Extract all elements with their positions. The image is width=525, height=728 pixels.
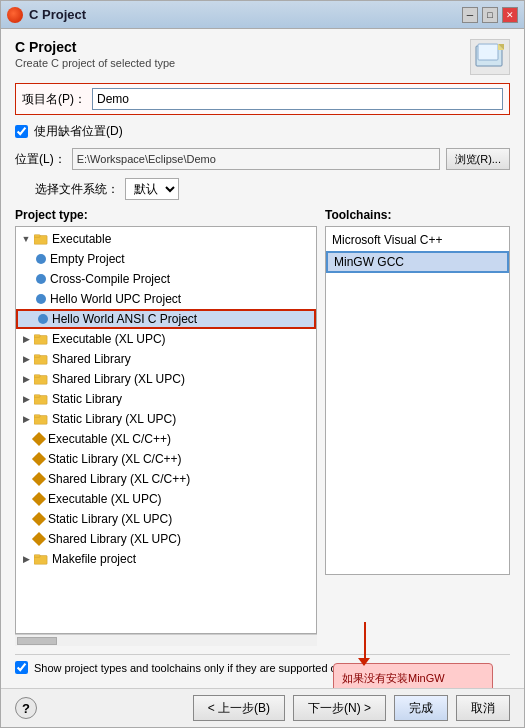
arrow-head bbox=[358, 658, 370, 666]
tree-item-label: Empty Project bbox=[50, 252, 125, 266]
svg-rect-11 bbox=[34, 375, 40, 378]
project-name-label: 项目名(P)： bbox=[22, 91, 86, 108]
project-type-tree[interactable]: ▼ Executable Empty Project Cros bbox=[15, 226, 317, 634]
bullet-icon bbox=[36, 294, 46, 304]
bullet-icon bbox=[38, 314, 48, 324]
tree-item-label: Hello World ANSI C Project bbox=[52, 312, 197, 326]
tree-item-static-lib[interactable]: ▶ Static Library bbox=[16, 389, 316, 409]
expand-arrow: ▼ bbox=[20, 233, 32, 245]
filesystem-select[interactable]: 默认 bbox=[125, 178, 179, 200]
toolchain-item-msvc[interactable]: Microsoft Visual C++ bbox=[326, 229, 509, 251]
window-icon bbox=[7, 7, 23, 23]
tree-item-makefile[interactable]: ▶ Makefile project bbox=[16, 549, 316, 569]
expand-arrow: ▶ bbox=[20, 373, 32, 385]
tree-item-label: Executable (XL C/C++) bbox=[48, 432, 171, 446]
toolchains-label: Toolchains: bbox=[325, 208, 510, 222]
tree-item-exec-xl-upc[interactable]: ▶ Executable (XL UPC) bbox=[16, 329, 316, 349]
title-bar: C Project ─ □ ✕ bbox=[1, 1, 524, 29]
svg-rect-5 bbox=[34, 235, 40, 238]
tree-item-label: Executable bbox=[52, 232, 111, 246]
page-title: C Project bbox=[15, 39, 175, 55]
minimize-button[interactable]: ─ bbox=[462, 7, 478, 23]
maximize-button[interactable]: □ bbox=[482, 7, 498, 23]
page-subtitle: Create C project of selected type bbox=[15, 57, 175, 69]
tree-item-label: Shared Library (XL UPC) bbox=[48, 532, 181, 546]
tree-item-static-lib-xl-upc-d[interactable]: Static Library (XL UPC) bbox=[16, 509, 316, 529]
tree-item-label: Static Library (XL UPC) bbox=[48, 512, 172, 526]
svg-rect-17 bbox=[34, 555, 40, 558]
folder-icon bbox=[34, 413, 48, 425]
tree-item-empty-project[interactable]: Empty Project bbox=[16, 249, 316, 269]
help-button[interactable]: ? bbox=[15, 697, 37, 719]
tree-item-hello-upc[interactable]: Hello World UPC Project bbox=[16, 289, 316, 309]
tree-item-label: Shared Library (XL C/C++) bbox=[48, 472, 190, 486]
location-row: 位置(L)： 浏览(R)... bbox=[15, 148, 510, 170]
browse-button[interactable]: 浏览(R)... bbox=[446, 148, 510, 170]
folder-icon bbox=[34, 553, 48, 565]
project-name-row: 项目名(P)： bbox=[15, 83, 510, 115]
finish-button[interactable]: 完成 bbox=[394, 695, 448, 721]
tree-item-hello-ansi[interactable]: Hello World ANSI C Project bbox=[16, 309, 316, 329]
folder-icon bbox=[34, 233, 48, 245]
bullet-icon bbox=[36, 274, 46, 284]
diamond-icon bbox=[32, 432, 46, 446]
svg-rect-9 bbox=[34, 355, 40, 358]
back-button[interactable]: < 上一步(B) bbox=[193, 695, 285, 721]
toolchain-list[interactable]: Microsoft Visual C++ MinGW GCC bbox=[325, 226, 510, 575]
diamond-icon bbox=[32, 532, 46, 546]
platform-filter-checkbox[interactable] bbox=[15, 661, 28, 674]
location-input[interactable] bbox=[72, 148, 440, 170]
filesystem-row: 选择文件系统： 默认 bbox=[15, 178, 510, 200]
footer: ? < 上一步(B) 下一步(N) > 完成 取消 bbox=[1, 688, 524, 727]
tree-item-static-lib-xl-cpp[interactable]: Static Library (XL C/C++) bbox=[16, 449, 316, 469]
window: C Project ─ □ ✕ C Project Create C proje… bbox=[0, 0, 525, 728]
tree-item-exec-xl-cpp[interactable]: Executable (XL C/C++) bbox=[16, 429, 316, 449]
toolchains-panel: Toolchains: Microsoft Visual C++ MinGW G… bbox=[325, 208, 510, 646]
default-location-label: 使用缺省位置(D) bbox=[34, 123, 123, 140]
tree-item-shared-lib-xl-cpp[interactable]: Shared Library (XL C/C++) bbox=[16, 469, 316, 489]
bullet-icon bbox=[36, 254, 46, 264]
diamond-icon bbox=[32, 452, 46, 466]
tree-item-label: Shared Library bbox=[52, 352, 131, 366]
arrow-line bbox=[364, 622, 366, 662]
toolchain-item-label: Microsoft Visual C++ bbox=[332, 233, 443, 247]
diamond-icon bbox=[32, 492, 46, 506]
svg-rect-1 bbox=[478, 44, 498, 60]
horizontal-scrollbar[interactable] bbox=[15, 634, 317, 646]
tree-item-exec-xl-upc-d[interactable]: Executable (XL UPC) bbox=[16, 489, 316, 509]
tree-item-static-lib-xl-upc[interactable]: ▶ Static Library (XL UPC) bbox=[16, 409, 316, 429]
location-label: 位置(L)： bbox=[15, 151, 66, 168]
close-button[interactable]: ✕ bbox=[502, 7, 518, 23]
folder-icon bbox=[34, 333, 48, 345]
svg-rect-7 bbox=[34, 335, 40, 338]
window-title: C Project bbox=[29, 7, 86, 22]
next-button[interactable]: 下一步(N) > bbox=[293, 695, 386, 721]
tree-item-shared-lib-xl-upc-d[interactable]: Shared Library (XL UPC) bbox=[16, 529, 316, 549]
tree-item-cross-compile[interactable]: Cross-Compile Project bbox=[16, 269, 316, 289]
project-name-input[interactable] bbox=[92, 88, 503, 110]
toolchain-item-mingw[interactable]: MinGW GCC bbox=[326, 251, 509, 273]
expand-arrow: ▶ bbox=[20, 353, 32, 365]
default-location-checkbox[interactable] bbox=[15, 125, 28, 138]
svg-rect-13 bbox=[34, 395, 40, 398]
folder-icon bbox=[34, 353, 48, 365]
project-type-panel: Project type: ▼ Executable Empty Project bbox=[15, 208, 317, 646]
annotation-box: 如果没有安装MinGW并且配置path环境变量这个是不会出现的 bbox=[333, 663, 493, 689]
svg-rect-15 bbox=[34, 415, 40, 418]
diamond-icon bbox=[32, 512, 46, 526]
tree-item-label: Static Library (XL UPC) bbox=[52, 412, 176, 426]
tree-item-shared-lib-xl-upc[interactable]: ▶ Shared Library (XL UPC) bbox=[16, 369, 316, 389]
toolchain-item-label: MinGW GCC bbox=[334, 255, 404, 269]
expand-arrow: ▶ bbox=[20, 333, 32, 345]
tree-item-label: Hello World UPC Project bbox=[50, 292, 181, 306]
tree-item-shared-lib[interactable]: ▶ Shared Library bbox=[16, 349, 316, 369]
tree-item-label: Executable (XL UPC) bbox=[52, 332, 166, 346]
scroll-thumb[interactable] bbox=[17, 637, 57, 645]
tree-item-label: Cross-Compile Project bbox=[50, 272, 170, 286]
annotation-text: 如果没有安装MinGW并且配置path环境变量这个是不会出现的 bbox=[342, 672, 445, 689]
main-content: C Project Create C project of selected t… bbox=[1, 29, 524, 688]
expand-arrow: ▶ bbox=[20, 393, 32, 405]
cancel-button[interactable]: 取消 bbox=[456, 695, 510, 721]
folder-icon bbox=[34, 373, 48, 385]
tree-item-executable[interactable]: ▼ Executable bbox=[16, 229, 316, 249]
